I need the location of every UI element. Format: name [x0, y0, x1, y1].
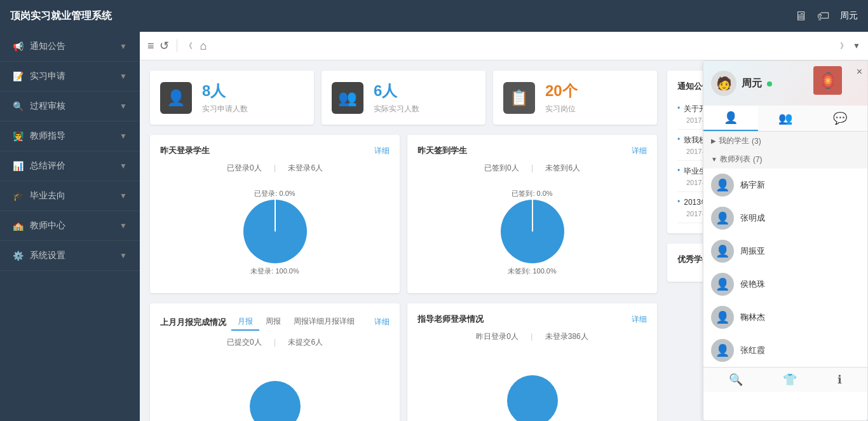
teacher-login-chart: [417, 350, 647, 421]
monitor-icon[interactable]: 🖥: [794, 9, 807, 24]
not-submitted-count: 未提交6人: [288, 338, 323, 347]
contact-avatar-5: 👤: [711, 339, 734, 362]
charts-row: 昨天登录学生 详细 已登录0人 | 未登录6人: [150, 135, 657, 293]
checkin-detail-link[interactable]: 详细: [632, 146, 647, 156]
tab-weekly-detail[interactable]: 周报详细月报详细: [287, 314, 361, 331]
qq-contact-3[interactable]: 👤 侯艳珠: [703, 268, 867, 301]
qq-tab-group[interactable]: 👥: [758, 106, 813, 131]
refresh-icon[interactable]: ↺: [159, 39, 169, 53]
nav-left-icon[interactable]: 《: [185, 41, 193, 52]
stat-cards: 👤 8人 实习申请人数 👥 6人 实际实习人数: [150, 71, 657, 125]
sidebar-item-process[interactable]: 🔍 过程审核 ▼: [0, 92, 140, 121]
nav-right-icon[interactable]: 》: [840, 41, 848, 52]
pie-checkin-bottom-label: 未签到: 100.0%: [508, 266, 556, 276]
submitted-count: 已提交0人: [227, 338, 262, 347]
qq-user-info: 🧑 周元: [711, 71, 772, 96]
qq-contact-list: ▶ 我的学生 (3) ▼ 教师列表 (7) 👤 杨宇新 👤: [703, 132, 867, 367]
stat-card-position: 📋 20个 实习岗位: [493, 71, 657, 125]
contact-avatar-4: 👤: [711, 306, 734, 329]
left-panel: 👤 8人 实习申请人数 👥 6人 实际实习人数: [150, 71, 657, 411]
monthly-title: 上月月报完成情况: [160, 317, 226, 328]
qq-contact-0[interactable]: 👤 杨宇新: [703, 169, 867, 202]
info-bottom-icon[interactable]: ℹ: [837, 373, 842, 387]
qq-username: 周元: [742, 78, 762, 88]
sidebar: 📢 通知公告 ▼ 📝 实习申请 ▼ 🔍 过程审核 ▼ 👨‍🏫 教师指导: [0, 32, 140, 421]
monthly-detail-link[interactable]: 详细: [374, 317, 390, 328]
svg-point-4: [250, 381, 301, 421]
sidebar-item-summary[interactable]: 📊 总结评价 ▼: [0, 151, 140, 181]
login-detail-link[interactable]: 详细: [374, 146, 390, 156]
teacher-list-count: (7): [753, 155, 763, 164]
apply-stat-icon: 👤: [160, 82, 192, 114]
login-summary: 已登录0人 | 未登录6人: [160, 163, 390, 174]
qq-avatar: 🧑: [711, 71, 736, 96]
checkin-card-title: 昨天签到学生: [417, 145, 467, 156]
teacher-icon: 👨‍🏫: [13, 131, 24, 141]
qq-contact-1[interactable]: 👤 张明成: [703, 202, 867, 235]
sidebar-item-label: 系统设置: [30, 250, 65, 261]
teacher-login-card: 指导老师登录情况 详细 昨日登录0人 | 未登录386人: [407, 303, 657, 421]
position-number: 20个: [545, 81, 578, 101]
tab-bar: 月报 周报 周报详细月报详细: [231, 314, 361, 331]
sidebar-item-notice[interactable]: 📢 通知公告 ▼: [0, 32, 140, 62]
contact-name-5: 张红霞: [740, 345, 765, 356]
sidebar-item-label: 教师指导: [30, 130, 65, 142]
sidebar-item-internship[interactable]: 📝 实习申请 ▼: [0, 62, 140, 92]
qq-tab-person[interactable]: 👤: [703, 106, 758, 131]
tab-weekly[interactable]: 周报: [259, 314, 287, 331]
contact-name-0: 杨宇新: [740, 179, 765, 191]
qq-tabs: 👤 👥 💬: [703, 106, 867, 132]
header-username[interactable]: 周元: [840, 10, 858, 22]
pie-checkin-top-label: 已签到: 0.0%: [512, 189, 552, 198]
qq-online-status: [767, 81, 772, 86]
main-layout: 📢 通知公告 ▼ 📝 实习申请 ▼ 🔍 过程审核 ▼ 👨‍🏫 教师指导: [0, 32, 868, 421]
teacher-not-logged: 未登录386人: [545, 332, 588, 341]
expand-icon[interactable]: ▼: [853, 41, 860, 50]
contact-name-3: 侯艳珠: [740, 279, 765, 290]
qq-tab-message[interactable]: 💬: [813, 106, 867, 131]
chevron-down-icon: ▼: [119, 221, 127, 230]
tab-monthly[interactable]: 月报: [231, 314, 259, 331]
teacher-login-link[interactable]: 详细: [632, 314, 647, 325]
chevron-down-icon: ▼: [119, 72, 127, 81]
login-chart: 已登录: 0.0% 未登录: 100.0%: [160, 181, 390, 283]
qq-contact-2[interactable]: 👤 周振亚: [703, 235, 867, 268]
toolbar-right: 》 ▼: [840, 41, 860, 52]
search-bottom-icon[interactable]: 🔍: [729, 373, 743, 387]
qq-bottom-bar: 🔍 👕 ℹ: [703, 367, 867, 392]
contact-avatar-1: 👤: [711, 207, 734, 230]
settings-icon: ⚙️: [13, 251, 24, 261]
qq-popup-header: 🧑 周元 🏮 ×: [703, 61, 867, 106]
toolbar: ≡ ↺ 《 ⌂ 》 ▼: [140, 32, 868, 60]
sidebar-item-teacher-guide[interactable]: 👨‍🏫 教师指导 ▼: [0, 121, 140, 151]
graduation-icon: 🎓: [13, 191, 24, 201]
monthly-summary: 已提交0人 | 未提交6人: [160, 337, 390, 348]
qq-contact-5[interactable]: 👤 张红霞: [703, 334, 867, 367]
qq-popup: 🧑 周元 🏮 × 👤 👥 💬: [703, 60, 868, 421]
tag-icon[interactable]: 🏷: [817, 9, 830, 24]
chevron-down-icon: ▼: [119, 162, 127, 170]
sidebar-item-teacher-center[interactable]: 🏫 教师中心 ▼: [0, 211, 140, 241]
pie-login-bottom-label: 未登录: 100.0%: [250, 266, 299, 276]
bottom-row: 上月月报完成情况 月报 周报 周报详细月报详细 详细: [150, 303, 657, 421]
qq-close-button[interactable]: ×: [857, 66, 862, 78]
teacher-list-label: 教师列表: [720, 154, 750, 165]
checkin-summary: 已签到0人 | 未签到6人: [417, 163, 647, 174]
sidebar-item-graduation[interactable]: 🎓 毕业去向 ▼: [0, 181, 140, 211]
menu-icon[interactable]: ≡: [147, 39, 154, 53]
content-wrapper: 👤 8人 实习申请人数 👥 6人 实际实习人数: [140, 60, 868, 421]
teacher-logged: 昨日登录0人: [476, 332, 519, 341]
qq-group-my-students[interactable]: ▶ 我的学生 (3): [703, 132, 867, 150]
position-stat-icon: 📋: [503, 82, 535, 114]
sidebar-item-settings[interactable]: ⚙️ 系统设置 ▼: [0, 241, 140, 271]
apply-label: 实习申请人数: [202, 104, 248, 114]
stamp-icon: 🏮: [818, 72, 837, 90]
yesterday-login-card: 昨天登录学生 详细 已登录0人 | 未登录6人: [150, 135, 400, 293]
tshirt-bottom-icon[interactable]: 👕: [783, 373, 797, 387]
qq-group-teachers[interactable]: ▼ 教师列表 (7): [703, 150, 867, 169]
not-checked-count: 未签到6人: [545, 163, 580, 172]
actual-number: 6人: [374, 81, 419, 101]
qq-contact-4[interactable]: 👤 鞠林杰: [703, 301, 867, 334]
sidebar-item-label: 总结评价: [30, 160, 65, 172]
home-icon[interactable]: ⌂: [200, 39, 207, 53]
